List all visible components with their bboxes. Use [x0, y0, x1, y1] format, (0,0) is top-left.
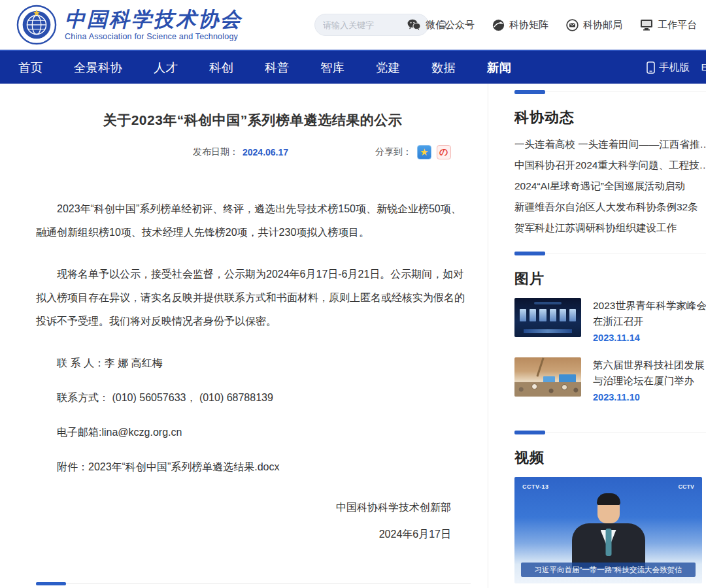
hall-crowd [514, 382, 581, 397]
logo-text: 中国科学技术协会 China Association for Science a… [65, 8, 243, 41]
news-section-heading: 科协动态 [514, 108, 706, 127]
photo-thumbnail-hall[interactable] [514, 357, 581, 397]
photo-info: 第六届世界科技社团发展与治理论坛在厦门举办 2023.11.10 [593, 357, 706, 402]
matrix-link-label: 科协矩阵 [509, 19, 548, 31]
workbench-link[interactable]: 工作平台 [640, 19, 697, 31]
nav-item-home[interactable]: 首页 [18, 59, 42, 76]
stage-strip [524, 329, 572, 333]
workbench-link-label: 工作平台 [658, 19, 697, 31]
nav-item-popsci[interactable]: 科普 [265, 59, 289, 76]
article-title: 关于2023年“科创中国”系列榜单遴选结果的公示 [36, 111, 469, 129]
logo-title-en: China Association for Science and Techno… [65, 32, 243, 41]
wechat-link[interactable]: 微信公众号 [407, 19, 475, 31]
publish-date-row: 发布日期： 2024.06.17 [193, 146, 288, 158]
logo-title-zh: 中国科学技术协会 [65, 8, 243, 31]
article-body: 2023年“科创中国”系列榜单经初评、终评，遴选出先导技术榜150项、新锐企业榜… [36, 197, 469, 333]
matrix-link[interactable]: 科协矩阵 [492, 19, 548, 31]
video-section-divider [514, 432, 706, 433]
photo-date: 2023.11.10 [593, 392, 706, 402]
spacer [514, 238, 706, 253]
matrix-icon [492, 19, 505, 31]
photo-title[interactable]: 第六届世界科技社团发展与治理论坛在厦门举办 [593, 357, 706, 389]
main-nav: 首页 全景科协 人才 科创 科普 智库 党建 数据 新闻 手机版 EN [0, 50, 706, 84]
language-toggle[interactable]: EN [701, 61, 706, 73]
photos-section-heading: 图片 [514, 269, 706, 289]
video-thumbnail[interactable]: CCTV-13 CCTV 习近平向首届“一带一路”科技交流大会致贺信 [514, 477, 702, 583]
photo-list-item[interactable]: 第六届世界科技社团发展与治理论坛在厦门举办 2023.11.10 [514, 357, 706, 402]
photo-date: 2023.11.14 [593, 333, 706, 343]
nav-item-panorama[interactable]: 全景科协 [74, 59, 122, 76]
nav-item-thinktank[interactable]: 智库 [320, 59, 345, 76]
news-list-item[interactable]: 新疆维吾尔自治区人大发布科协条例32条 [514, 197, 706, 218]
nav-right: 手机版 EN [647, 51, 706, 84]
nav-item-innovation[interactable]: 科创 [209, 59, 233, 76]
stage-light [534, 302, 562, 304]
publish-date-label: 发布日期： [193, 146, 239, 158]
photo-info: 2023世界青年科学家峰会在浙江召开 2023.11.14 [593, 298, 706, 343]
nav-item-talent[interactable]: 人才 [154, 59, 178, 76]
article-paragraph: 现将名单予以公示，接受社会监督，公示期为2024年6月17日-6月21日。公示期… [36, 263, 469, 333]
article-column: 关于2023年“科创中国”系列榜单遴选结果的公示 发布日期： 2024.06.1… [0, 84, 488, 588]
photos-section-divider [514, 253, 706, 253]
article-paragraph: 2023年“科创中国”系列榜单经初评、终评，遴选出先导技术榜150项、新锐企业榜… [36, 197, 469, 244]
site-logo[interactable]: 中国科学技术协会 China Association for Science a… [16, 5, 243, 45]
signature-date: 2024年6月17日 [36, 528, 469, 542]
news-list-item[interactable]: 中国科协召开2024重大科学问题、工程技… [514, 155, 706, 176]
sidebar: 科协动态 一头连着高校 一头连着田间——江西省推… 中国科协召开2024重大科学… [488, 84, 706, 588]
header-quick-links: 微信公众号 科协矩阵 科协邮局 工作平台 [407, 0, 697, 50]
wechat-icon [407, 19, 421, 31]
mobile-version-link[interactable]: 手机版 [647, 61, 690, 74]
signature-org: 中国科协科学技术创新部 [36, 501, 469, 515]
cctv13-badge: CCTV-13 [522, 483, 549, 490]
attachment-line: 附件：2023年“科创中国”系列榜单遴选结果.docx [36, 455, 469, 479]
mail-icon [566, 19, 579, 31]
phone-icon [647, 61, 655, 74]
stage-screens [520, 309, 576, 321]
nav-item-data[interactable]: 数据 [431, 59, 456, 76]
attachment-label: 附件： [57, 461, 88, 472]
wechat-link-label: 微信公众号 [426, 19, 475, 31]
publish-date-value: 2024.06.17 [243, 147, 288, 157]
contact-person-line: 联 系 人：李 娜 高红梅 [36, 351, 469, 375]
attachment-file-link[interactable]: 2023年“科创中国”系列榜单遴选结果.docx [88, 461, 280, 472]
anchor-hair [597, 493, 620, 505]
photo-list-item[interactable]: 2023世界青年科学家峰会在浙江召开 2023.11.14 [514, 298, 706, 343]
nav-item-party[interactable]: 党建 [376, 59, 400, 76]
nav-items: 首页 全景科协 人才 科创 科普 智库 党建 数据 新闻 [0, 51, 706, 84]
photo-thumbnail-stage[interactable] [514, 298, 581, 337]
share-weibo-icon[interactable]: の [437, 145, 451, 159]
contact-phone-line: 联系方式： (010) 56057633， (010) 68788139 [36, 386, 469, 410]
news-section-divider [514, 91, 706, 92]
video-caption-overlay: 习近平向首届“一带一路”科技交流大会致贺信 [521, 563, 696, 577]
mobile-version-label: 手机版 [659, 61, 690, 74]
main-area: 关于2023年“科创中国”系列榜单遴选结果的公示 发布日期： 2024.06.1… [0, 84, 706, 588]
news-list-item[interactable]: 2024“AI星球奇遇记”全国巡展活动启动 [514, 176, 706, 197]
mail-link-label: 科协邮局 [583, 19, 622, 31]
contact-email-line: 电子邮箱:lina@kczg.org.cn [36, 421, 469, 444]
article-meta: 发布日期： 2024.06.17 分享到： ★ の [36, 145, 469, 159]
mail-link[interactable]: 科协邮局 [566, 19, 622, 31]
video-section-heading: 视频 [514, 448, 706, 468]
photo-title[interactable]: 2023世界青年科学家峰会在浙江召开 [593, 298, 706, 329]
workbench-icon [640, 19, 653, 31]
share-label: 分享到： [375, 146, 412, 158]
nav-item-news[interactable]: 新闻 [487, 59, 511, 76]
news-list: 一头连着高校 一头连着田间——江西省推… 中国科协召开2024重大科学问题、工程… [514, 134, 706, 238]
hall-beam [536, 357, 544, 376]
site-header: 中国科学技术协会 China Association for Science a… [0, 0, 706, 50]
anchor-tie [605, 529, 611, 556]
share-row: 分享到： ★ の [375, 145, 451, 159]
share-qzone-icon[interactable]: ★ [417, 145, 431, 159]
news-anchor-figure [569, 496, 648, 568]
news-list-item[interactable]: 贺军科赴江苏调研科协组织建设工作 [514, 218, 706, 238]
news-list-item[interactable]: 一头连着高校 一头连着田间——江西省推… [514, 134, 706, 155]
cctv-badge: CCTV [679, 483, 695, 490]
related-links-divider [36, 583, 471, 584]
cast-emblem-icon [16, 5, 57, 45]
